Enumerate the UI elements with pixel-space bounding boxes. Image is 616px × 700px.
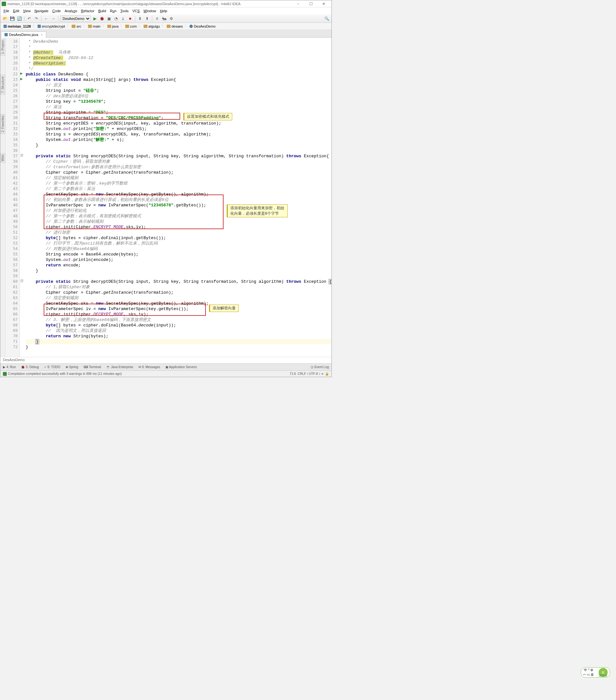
tool-run[interactable]: ▶ 4: Run: [0, 365, 18, 370]
toolbar: 📂 💾 🔄 ↶ ↷ ← → DesAesDemo ▶ 🐞 ▣ ◔ ⤓ ■ ⬇ ⬆…: [0, 14, 331, 23]
maximize-button[interactable]: ☐: [305, 1, 317, 7]
tool-debug[interactable]: 🐞 5: Debug: [18, 365, 41, 370]
stop-button[interactable]: ■: [127, 16, 133, 22]
sync-icon[interactable]: 🔄: [16, 16, 22, 22]
bc-project[interactable]: meinian_1128: [2, 24, 32, 28]
tool-web[interactable]: Web: [0, 153, 5, 163]
status-message: Compilation completed successfully with …: [8, 372, 122, 376]
menu-run[interactable]: Run: [108, 8, 118, 13]
editor-breadcrumb: DesAesDemo: [0, 357, 331, 363]
run-config-select[interactable]: DesAesDemo: [60, 15, 90, 22]
bc-folder[interactable]: main: [87, 24, 102, 28]
menu-tools[interactable]: Tools: [119, 8, 131, 13]
tab-desaesdemo[interactable]: DesAesDemo.java×: [1, 32, 46, 38]
bc-folder[interactable]: com: [124, 24, 138, 28]
menu-build[interactable]: Build: [96, 8, 108, 13]
gutter-marks: ▶ ▶ @ @: [20, 38, 24, 357]
run-button[interactable]: ▶: [92, 16, 98, 22]
editor[interactable]: 1617181920212223242526272829303132333435…: [5, 38, 331, 357]
bc-folder[interactable]: desaes: [165, 24, 184, 28]
window-title: meinian_1128 [D:\workspace\meinian_1128]…: [8, 2, 292, 6]
encoding[interactable]: UTF-8: [309, 372, 318, 376]
tab-close-icon[interactable]: ×: [41, 33, 43, 37]
indent[interactable]: ⇥: [321, 372, 323, 376]
menu-vcs[interactable]: VCS: [131, 8, 141, 13]
tool-structure[interactable]: 7: Structure: [0, 75, 5, 95]
debug-button[interactable]: 🐞: [99, 16, 105, 22]
structure-icon[interactable]: ≡: [154, 16, 160, 22]
override-icon[interactable]: @: [20, 279, 23, 282]
tool-terminal[interactable]: ⌨ Terminal: [81, 365, 104, 370]
undo-icon[interactable]: ↶: [26, 16, 32, 22]
left-toolwindow-bar: 1: Project 7: Structure 2: Favorites Web: [0, 38, 5, 357]
coverage-button[interactable]: ▣: [106, 16, 112, 22]
bottom-toolbar: ▶ 4: Run 🐞 5: Debug ✓ 6: TODO ❀ Spring ⌨…: [0, 363, 331, 371]
forward-icon[interactable]: →: [50, 16, 56, 22]
breadcrumb: meinian_1128〉 encryptdecrypt〉 src〉 main〉…: [0, 23, 331, 30]
bc-folder[interactable]: atguigu: [142, 24, 161, 28]
redo-icon[interactable]: ↷: [33, 16, 39, 22]
tool-project[interactable]: 1: Project: [0, 39, 5, 55]
code-area[interactable]: * DesAesDemo * * @Author: 马伟奇 * @CreateT…: [24, 38, 331, 357]
tool-spring[interactable]: ❀ Spring: [63, 365, 81, 370]
run-gutter-icon[interactable]: ▶: [20, 72, 23, 75]
bc-folder[interactable]: src: [70, 24, 83, 28]
bc-class[interactable]: DesAesDemo: [188, 24, 217, 28]
line-numbers: 1617181920212223242526272829303132333435…: [5, 38, 20, 357]
save-icon[interactable]: 💾: [9, 16, 15, 22]
override-icon[interactable]: @: [20, 153, 23, 157]
annotation-box-3: [44, 304, 206, 316]
menu-analyze[interactable]: Analyze: [63, 8, 79, 13]
menu-refactor[interactable]: Refactor: [79, 8, 96, 13]
menu-edit[interactable]: Edit: [11, 8, 21, 13]
back-icon[interactable]: ←: [44, 16, 49, 22]
tool-favorites[interactable]: 2: Favorites: [0, 114, 5, 134]
tool-todo[interactable]: ✓ 6: TODO: [41, 365, 63, 370]
tool-eventlog[interactable]: ◷ Event Log: [308, 365, 331, 370]
callout-3: 添加解密向量: [209, 304, 239, 312]
run-gutter-icon[interactable]: ▶: [20, 77, 23, 80]
tool-appservers[interactable]: ▣ Application Servers: [163, 365, 199, 370]
close-button[interactable]: ✕: [317, 1, 330, 7]
tool-messages[interactable]: ✉ 0: Messages: [136, 365, 163, 370]
status-bar: Compilation completed successfully with …: [0, 371, 331, 377]
status-ok-icon: [3, 372, 7, 376]
editor-tabs: DesAesDemo.java×: [0, 30, 331, 38]
titlebar: meinian_1128 [D:\workspace\meinian_1128]…: [0, 0, 331, 8]
vcs-update-icon[interactable]: ⬇: [137, 16, 143, 22]
profile-button[interactable]: ◔: [113, 16, 119, 22]
menu-file[interactable]: File: [2, 8, 11, 13]
caret-pos[interactable]: 71:6: [290, 372, 296, 376]
minimize-button[interactable]: −: [292, 1, 305, 7]
menu-window[interactable]: Window: [141, 8, 158, 13]
attach-button[interactable]: ⤓: [120, 16, 126, 22]
menu-navigate[interactable]: Navigate: [33, 8, 50, 13]
ant-icon[interactable]: 🐜: [161, 16, 167, 22]
bc-folder[interactable]: java: [106, 24, 120, 28]
app-icon: [2, 2, 6, 6]
settings-icon[interactable]: ⚙: [168, 16, 174, 22]
callout-2: 添加初始化向量用来加密，初始化向量，必须长度是8个字节: [227, 204, 288, 217]
callout-1: 设置加密模式和填充模式: [183, 113, 232, 120]
vcs-commit-icon[interactable]: ⬆: [144, 16, 150, 22]
menu-code[interactable]: Code: [50, 8, 63, 13]
bc-module[interactable]: encryptdecrypt: [36, 24, 66, 28]
menu-view[interactable]: View: [21, 8, 33, 13]
open-icon[interactable]: 📂: [2, 16, 8, 22]
search-everywhere-icon[interactable]: 🔍: [324, 16, 330, 22]
line-sep[interactable]: CRLF: [298, 372, 306, 376]
menubar: File Edit View Navigate Code Analyze Ref…: [0, 8, 331, 14]
tool-javaee[interactable]: ☕ Java Enterprise: [103, 365, 136, 370]
menu-help[interactable]: Help: [158, 8, 169, 13]
